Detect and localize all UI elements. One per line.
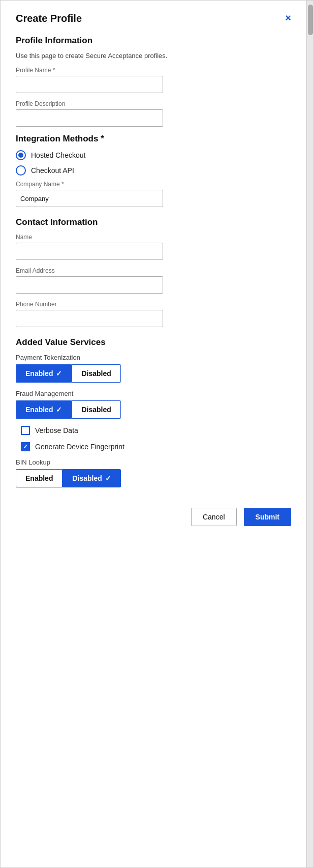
- company-name-label: Company Name *: [16, 181, 291, 188]
- company-name-input[interactable]: [16, 190, 163, 207]
- profile-name-input[interactable]: [16, 76, 163, 93]
- verbose-data-option[interactable]: Verbose Data: [21, 426, 291, 435]
- payment-tokenization-toggle: Enabled ✓ Disabled: [16, 364, 291, 383]
- profile-information-title: Profile Information: [16, 36, 291, 46]
- email-input[interactable]: [16, 276, 163, 294]
- email-field-group: Email Address: [16, 267, 291, 294]
- integration-radio-group: Hosted Checkout Checkout API: [16, 150, 291, 176]
- name-input[interactable]: [16, 243, 163, 260]
- scrollbar-thumb[interactable]: [308, 5, 313, 35]
- bin-lookup-enabled-btn[interactable]: Enabled: [16, 469, 62, 487]
- fraud-management-label: Fraud Management: [16, 390, 291, 397]
- bin-lookup-disabled-btn[interactable]: Disabled ✓: [62, 469, 120, 487]
- generate-fingerprint-option[interactable]: Generate Device Fingerprint: [21, 442, 291, 451]
- fraud-management-enabled-btn[interactable]: Enabled ✓: [16, 400, 72, 419]
- fraud-management-check-icon: ✓: [56, 406, 62, 414]
- create-profile-modal: Create Profile × Profile Information Use…: [0, 0, 314, 868]
- company-name-field-group: Company Name *: [16, 181, 291, 207]
- modal-title: Create Profile: [16, 13, 82, 24]
- radio-hosted-checkout[interactable]: Hosted Checkout: [16, 150, 291, 160]
- fraud-management-disabled-btn[interactable]: Disabled: [72, 400, 120, 419]
- payment-tokenization-enabled-label: Enabled: [25, 369, 53, 378]
- name-label: Name: [16, 234, 291, 241]
- phone-input[interactable]: [16, 310, 163, 327]
- integration-methods-title: Integration Methods *: [16, 134, 291, 144]
- profile-description-label: Profile Description: [16, 100, 291, 107]
- verbose-data-checkbox[interactable]: [21, 426, 30, 435]
- generate-fingerprint-label: Generate Device Fingerprint: [35, 443, 124, 451]
- phone-label: Phone Number: [16, 301, 291, 308]
- bin-lookup-toggle: Enabled Disabled ✓: [16, 469, 291, 487]
- payment-tokenization-label: Payment Tokenization: [16, 354, 291, 361]
- fraud-management-group: Fraud Management Enabled ✓ Disabled Verb…: [16, 390, 291, 451]
- verbose-data-label: Verbose Data: [35, 426, 78, 435]
- bin-lookup-label: BIN Lookup: [16, 458, 291, 466]
- fraud-management-enabled-label: Enabled: [25, 406, 53, 414]
- generate-fingerprint-checkbox[interactable]: [21, 442, 30, 451]
- radio-checkout-api-label: Checkout API: [31, 166, 74, 175]
- profile-information-section: Profile Information Use this page to cre…: [16, 36, 291, 127]
- email-label: Email Address: [16, 267, 291, 274]
- radio-hosted-checkout-circle: [16, 150, 26, 160]
- bin-lookup-group: BIN Lookup Enabled Disabled ✓: [16, 458, 291, 487]
- payment-tokenization-disabled-btn[interactable]: Disabled: [72, 364, 120, 383]
- profile-description-text: Use this page to create Secure Acceptanc…: [16, 52, 291, 60]
- radio-checkout-api[interactable]: Checkout API: [16, 165, 291, 176]
- modal-header: Create Profile ×: [16, 13, 291, 24]
- contact-information-section: Contact Information Name Email Address P…: [16, 217, 291, 327]
- payment-tokenization-disabled-label: Disabled: [81, 369, 111, 378]
- scrollbar[interactable]: [306, 1, 313, 867]
- radio-checkout-api-circle: [16, 165, 26, 176]
- added-value-services-section: Added Value Services Payment Tokenizatio…: [16, 337, 291, 487]
- added-value-services-title: Added Value Services: [16, 337, 291, 348]
- cancel-button[interactable]: Cancel: [191, 508, 237, 526]
- profile-name-field-group: Profile Name *: [16, 67, 291, 93]
- payment-tokenization-check-icon: ✓: [56, 369, 62, 378]
- name-field-group: Name: [16, 234, 291, 260]
- payment-tokenization-enabled-btn[interactable]: Enabled ✓: [16, 364, 72, 383]
- fraud-management-options: Verbose Data Generate Device Fingerprint: [21, 426, 291, 451]
- radio-hosted-checkout-label: Hosted Checkout: [31, 151, 85, 159]
- bin-lookup-disabled-label: Disabled: [72, 474, 102, 482]
- submit-button[interactable]: Submit: [244, 508, 291, 526]
- profile-description-field-group: Profile Description: [16, 100, 291, 127]
- bin-lookup-enabled-label: Enabled: [25, 474, 53, 482]
- phone-field-group: Phone Number: [16, 301, 291, 327]
- fraud-management-toggle: Enabled ✓ Disabled: [16, 400, 291, 419]
- profile-name-label: Profile Name *: [16, 67, 291, 74]
- integration-methods-section: Integration Methods * Hosted Checkout Ch…: [16, 134, 291, 207]
- contact-information-title: Contact Information: [16, 217, 291, 227]
- close-button[interactable]: ×: [285, 13, 291, 23]
- payment-tokenization-group: Payment Tokenization Enabled ✓ Disabled: [16, 354, 291, 383]
- action-bar: Cancel Submit: [16, 503, 291, 526]
- fraud-management-disabled-label: Disabled: [81, 406, 111, 414]
- profile-description-input[interactable]: [16, 109, 163, 127]
- bin-lookup-check-icon: ✓: [105, 474, 111, 482]
